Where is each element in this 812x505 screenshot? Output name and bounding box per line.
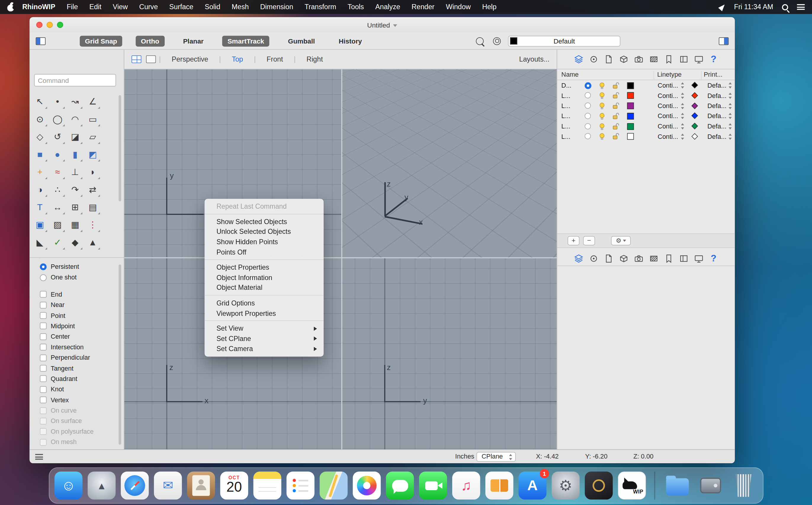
osnap-end[interactable]: End bbox=[30, 289, 119, 300]
panel-tab-properties-icon[interactable] bbox=[588, 53, 599, 65]
osnap-midpoint[interactable]: Midpoint bbox=[30, 321, 119, 332]
osnap-mode-persistent[interactable]: Persistent bbox=[30, 262, 119, 272]
dock-icon-system-preferences[interactable]: ⚙ bbox=[552, 472, 579, 499]
context-menu-item-set-camera[interactable]: Set Camera bbox=[205, 344, 324, 354]
print-stepper-icon[interactable] bbox=[728, 134, 733, 140]
print-stepper-icon[interactable] bbox=[728, 93, 733, 99]
layer-lock-icon[interactable] bbox=[612, 92, 619, 100]
current-layer-radio[interactable] bbox=[584, 133, 591, 139]
layer-name[interactable]: L... bbox=[561, 103, 570, 110]
layer-color-swatch[interactable] bbox=[627, 103, 634, 109]
gumball-toggle-button[interactable]: Gumball bbox=[283, 35, 320, 46]
knot-checkbox[interactable] bbox=[40, 386, 47, 393]
layer-name[interactable]: L... bbox=[561, 133, 570, 140]
dock-icon-messages[interactable] bbox=[386, 472, 414, 499]
layer-row[interactable]: L...Conti...Defa... bbox=[557, 91, 735, 101]
tools-scrollbar[interactable] bbox=[118, 95, 121, 201]
layer-visibility-bulb-icon[interactable] bbox=[598, 102, 606, 110]
menubar-item-transform[interactable]: Transform bbox=[305, 3, 336, 11]
array-tool-icon[interactable]: ⊞ bbox=[66, 198, 84, 216]
layer-visibility-bulb-icon[interactable] bbox=[598, 123, 606, 130]
print-stepper-icon[interactable] bbox=[728, 82, 733, 89]
column-print[interactable]: Print... bbox=[704, 71, 722, 78]
quadrant-checkbox[interactable] bbox=[40, 376, 47, 382]
polygon-tool-icon[interactable]: ◇ bbox=[31, 128, 48, 145]
grid-snap-toggle-button[interactable]: Grid Snap bbox=[80, 35, 122, 46]
linetype-stepper-icon[interactable] bbox=[681, 82, 685, 89]
surface-tool-icon[interactable]: ◪ bbox=[66, 128, 84, 145]
box-tool-icon[interactable]: ■ bbox=[31, 145, 48, 163]
layer-name[interactable]: L... bbox=[561, 92, 570, 99]
panel-tab-properties-icon[interactable] bbox=[588, 253, 599, 264]
context-menu-item-grid-options[interactable]: Grid Options bbox=[205, 298, 324, 308]
layouts-button[interactable]: Layouts... bbox=[519, 55, 549, 63]
context-menu-item-show-hidden-points[interactable]: Show Hidden Points bbox=[205, 237, 324, 247]
menubar-item-file[interactable]: File bbox=[66, 3, 78, 11]
layer-name[interactable]: L... bbox=[561, 113, 570, 120]
panel-tab-notes-icon[interactable] bbox=[663, 53, 674, 65]
print-color-diamond-icon[interactable] bbox=[691, 113, 698, 119]
check-tool-icon[interactable]: ✓ bbox=[48, 233, 66, 251]
persistent-radio[interactable] bbox=[40, 264, 47, 270]
cone-tool-icon[interactable]: ▲ bbox=[84, 233, 101, 251]
apple-menu-icon[interactable] bbox=[7, 3, 14, 11]
menubar-item-surface[interactable]: Surface bbox=[169, 3, 193, 11]
context-menu-item-set-cplane[interactable]: Set CPlane bbox=[205, 334, 324, 344]
viewport-tab-top[interactable]: Top bbox=[222, 55, 253, 63]
cplane-dropdown[interactable]: CPlane bbox=[477, 452, 516, 462]
plugins-tool-icon[interactable]: + bbox=[31, 163, 48, 181]
layer-linetype-value[interactable]: Conti... bbox=[658, 133, 678, 140]
ortho-toggle-button[interactable]: Ortho bbox=[136, 35, 164, 46]
print-stepper-icon[interactable] bbox=[728, 124, 733, 130]
panel-tab-help-icon[interactable]: ? bbox=[708, 253, 719, 264]
tangent-checkbox[interactable] bbox=[40, 365, 47, 372]
boolean-tool-icon[interactable]: ◑ bbox=[31, 181, 48, 198]
dock-icon-contacts[interactable] bbox=[187, 472, 215, 499]
dock-icon-calendar[interactable]: OCT20 bbox=[220, 472, 248, 499]
perpendicular-checkbox[interactable] bbox=[40, 354, 47, 361]
polyline-tool-icon[interactable]: ∠ bbox=[84, 93, 101, 110]
menubar-item-dimension[interactable]: Dimension bbox=[260, 3, 293, 11]
menubar-item-render[interactable]: Render bbox=[412, 3, 434, 11]
curve-tool-icon[interactable]: ↝ bbox=[66, 93, 84, 110]
osnap-scrollbar[interactable] bbox=[118, 265, 121, 445]
app-menu-title[interactable]: RhinoWIP bbox=[22, 3, 55, 11]
print-width-value[interactable]: Defa... bbox=[707, 133, 726, 140]
layer-lock-icon[interactable] bbox=[612, 133, 619, 141]
menubar-item-help[interactable]: Help bbox=[482, 3, 497, 11]
context-menu-item-viewport-properties[interactable]: Viewport Properties bbox=[205, 308, 324, 318]
near-checkbox[interactable] bbox=[40, 302, 47, 309]
panel-tab-display-modes-icon[interactable] bbox=[618, 253, 629, 264]
panel-tab-camera-icon[interactable] bbox=[633, 53, 644, 65]
panel-tab-pane-icon[interactable] bbox=[678, 253, 689, 264]
menubar-item-tools[interactable]: Tools bbox=[348, 3, 364, 11]
viewport-tab-perspective[interactable]: Perspective bbox=[162, 55, 218, 63]
osnap-vertex[interactable]: Vertex bbox=[30, 394, 119, 405]
viewport-tab-front[interactable]: Front bbox=[257, 55, 293, 63]
pen-status-icon[interactable] bbox=[718, 3, 727, 11]
context-menu-item-unlock-selected-objects[interactable]: Unlock Selected Objects bbox=[205, 227, 324, 237]
title-chevron-icon[interactable] bbox=[393, 24, 397, 27]
dock-icon-books[interactable] bbox=[486, 472, 513, 499]
analysis-tool-icon[interactable]: ≈ bbox=[48, 163, 66, 181]
orient-tool-icon[interactable]: ⊥ bbox=[66, 163, 84, 181]
notification-center-icon[interactable] bbox=[797, 4, 805, 10]
menubar-item-curve[interactable]: Curve bbox=[139, 3, 158, 11]
single-viewport-layout-icon[interactable] bbox=[146, 55, 156, 63]
cylinder-tool-icon[interactable]: ▮ bbox=[66, 145, 84, 163]
layer-linetype-value[interactable]: Conti... bbox=[658, 123, 678, 130]
panel-tab-hatch-icon[interactable] bbox=[648, 53, 659, 65]
project-tool-icon[interactable]: ◗ bbox=[84, 163, 101, 181]
viewport-tab-right[interactable]: Right bbox=[297, 55, 333, 63]
history-toggle-button[interactable]: History bbox=[333, 35, 367, 46]
arc-tool-icon[interactable]: ◠ bbox=[66, 110, 84, 128]
dock-icon-app-store[interactable]: A1 bbox=[519, 472, 546, 499]
print-width-value[interactable]: Defa... bbox=[707, 103, 726, 110]
intersection-checkbox[interactable] bbox=[40, 344, 47, 351]
layer-name[interactable]: D... bbox=[561, 82, 571, 89]
status-menu-icon[interactable] bbox=[35, 454, 43, 460]
context-menu-item-object-information[interactable]: Object Information bbox=[205, 273, 324, 283]
vertex-checkbox[interactable] bbox=[40, 397, 47, 403]
layer-color-swatch[interactable] bbox=[627, 123, 634, 130]
four-viewport-layout-icon[interactable] bbox=[131, 55, 141, 63]
